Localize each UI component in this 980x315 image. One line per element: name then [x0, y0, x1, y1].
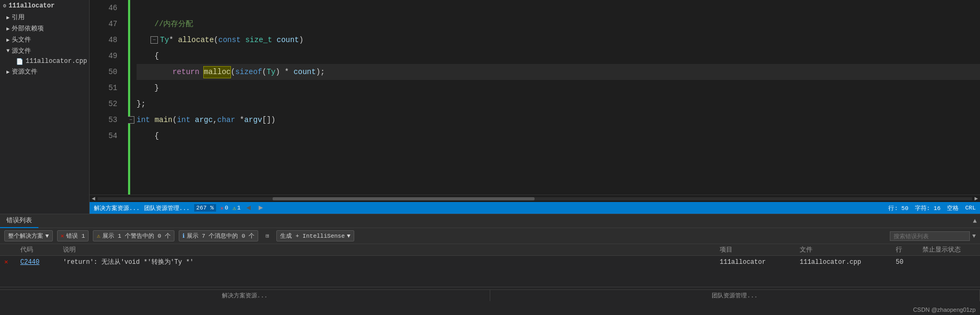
csdn-watermark: CSDN @zhaopeng01zp	[913, 306, 976, 313]
sidebar-item-label: 源文件	[12, 46, 31, 55]
kw-int: int	[137, 115, 150, 126]
var-argv: argv	[244, 115, 262, 126]
func-main: main	[155, 115, 173, 126]
code-line-51: }	[137, 80, 980, 96]
sidebar-item-headers[interactable]: ▶ 头文件	[0, 34, 89, 45]
panel-tabs: 错误列表 ▲	[0, 214, 980, 228]
col-header-project[interactable]: 项目	[720, 245, 800, 254]
var-count2: count	[293, 67, 316, 78]
sidebar-tab-team-status[interactable]: 团队资源管理...	[144, 204, 190, 212]
warning-triangle-icon: ⚠	[97, 232, 100, 239]
sidebar-item-references[interactable]: ▶ 引用	[0, 12, 89, 23]
info-filter-btn[interactable]: ℹ 展示 7 个消息中的 0 个	[179, 230, 259, 241]
comment-text: //内存分配	[137, 19, 193, 30]
sidebar-item-resources[interactable]: ▶ 资源文件	[0, 66, 89, 77]
error-row-code[interactable]: C2440	[20, 259, 63, 266]
error-table-header: 代码 说明 项目 文件 行 禁止显示状态	[0, 244, 980, 256]
line-num-48: 48	[90, 32, 122, 48]
error-count: 0	[225, 205, 228, 211]
editor-area: 46 47 48 49 50 51 52 53 54 /	[90, 0, 980, 214]
line-info: 行: 50	[888, 204, 908, 212]
var-argc: argc	[195, 115, 213, 126]
error-row-line: 50	[896, 259, 922, 266]
crlf-info: CRL	[965, 205, 976, 211]
panel-toolbar: 整个解决方案 ▼ ✕ 错误 1 ⚠ 展示 1 个警告中的 0 个 ℹ 展示 7 …	[0, 228, 980, 244]
col-header-file[interactable]: 文件	[800, 245, 896, 254]
status-bar: 解决方案资源... 团队资源管理... 267 % ✕ 0 ⚠ 1 ◄ ► 行:…	[90, 202, 980, 214]
fold-icon-48[interactable]: −	[150, 36, 158, 44]
main-area: ⚙ 111allocator ▶ 引用 ▶ 外部依赖项 ▶ 头文件 ▼ 源文件 …	[0, 0, 980, 214]
line-num-51: 51	[90, 80, 122, 96]
scroll-nav-right[interactable]: ►	[974, 196, 978, 202]
zoom-control[interactable]: 267 %	[194, 204, 216, 212]
table-row[interactable]: ✕ C2440 'return': 无法从'void *'转换为'Ty *' 1…	[0, 256, 980, 268]
col-header-suppress[interactable]: 禁止显示状态	[922, 245, 976, 254]
var-count: count	[277, 35, 299, 46]
code-container[interactable]: 46 47 48 49 50 51 52 53 54 /	[90, 0, 980, 195]
sidebar-file-label: 111allocator.cpp	[26, 58, 87, 65]
fold-icon-53[interactable]: −	[128, 116, 134, 124]
error-list-tab[interactable]: 错误列表	[0, 214, 38, 228]
intellisense-label: 生成 + IntelliSense	[280, 232, 345, 240]
sidebar-item-external-deps[interactable]: ▶ 外部依赖项	[0, 23, 89, 34]
error-row-desc: 'return': 无法从'void *'转换为'Ty *'	[63, 257, 720, 266]
line-number-area: 46 47 48 49 50 51 52 53 54	[90, 0, 128, 195]
sidebar-project-name: 111allocator	[9, 2, 54, 10]
line-num-50: 50	[90, 64, 122, 80]
line-num-46: 46	[90, 0, 122, 16]
search-area: ▼	[890, 231, 976, 241]
info-circle-icon: ℹ	[182, 232, 185, 239]
line-num-52: 52	[90, 96, 122, 112]
type-Ty: Ty	[160, 35, 169, 46]
arrow-icon: ▶	[6, 26, 10, 32]
space-info: 空格	[947, 204, 959, 212]
error-list-tab-label: 错误列表	[6, 216, 32, 225]
error-code-link[interactable]: C2440	[20, 259, 39, 266]
collapse-panel-btn[interactable]: ▲	[970, 216, 980, 226]
kw-sizeof: sizeof	[235, 67, 262, 78]
line-num-49: 49	[90, 48, 122, 64]
warning-triangle-icon: ⚠	[233, 205, 236, 212]
scrollbar-thumb	[273, 197, 535, 200]
warning-filter-btn[interactable]: ⚠ 展示 1 个警告中的 0 个	[93, 230, 174, 241]
col-header-icon	[4, 245, 20, 254]
project-icon: ⚙	[3, 3, 6, 9]
sidebar-item-label: 外部依赖项	[12, 24, 44, 33]
sidebar-tab-solution-status[interactable]: 解决方案资源...	[94, 204, 140, 212]
code-line-50: ▶ return malloc(sizeof(Ty) * count);	[137, 64, 980, 80]
col-header-code[interactable]: 代码	[20, 245, 63, 254]
sidebar-toggle[interactable]: ◄	[92, 196, 95, 202]
col-header-desc[interactable]: 说明	[63, 245, 720, 254]
filter-icon-btn[interactable]: ⊞	[262, 231, 272, 241]
line-numbers: 46 47 48 49 50 51 52 53 54	[90, 0, 128, 195]
error-row-project: 111allocator	[720, 259, 800, 266]
solution-scope-dropdown[interactable]: 整个解决方案 ▼	[4, 230, 53, 241]
code-editor[interactable]: //内存分配 − Ty* allocate(const size_t count…	[128, 0, 980, 195]
col-header-line[interactable]: 行	[896, 245, 922, 254]
highlighted-malloc: malloc	[204, 67, 230, 78]
code-line-48: − Ty* allocate(const size_t count)	[137, 32, 980, 48]
nav-prev-btn[interactable]: ◄	[245, 204, 252, 212]
error-row-icon: ✕	[4, 258, 20, 266]
search-error-input[interactable]	[890, 231, 970, 241]
code-line-46	[137, 0, 980, 16]
error-row-file: 111allocator.cpp	[800, 259, 896, 266]
type-Ty2: Ty	[267, 67, 276, 78]
sidebar-file-item[interactable]: 📄 111allocator.cpp	[0, 56, 89, 66]
code-line-54: {	[137, 128, 980, 144]
sidebar-item-sources[interactable]: ▼ 源文件	[0, 45, 89, 56]
code-line-52: };	[137, 96, 980, 112]
nav-next-btn[interactable]: ►	[257, 204, 265, 212]
code-line-47: //内存分配	[137, 16, 980, 32]
kw-char: char	[217, 115, 235, 126]
horizontal-scrollbar[interactable]	[98, 197, 973, 200]
sidebar-title: ⚙ 111allocator	[0, 0, 89, 12]
intellisense-dropdown[interactable]: 生成 + IntelliSense ▼	[276, 230, 354, 241]
error-filter-btn[interactable]: ✕ 错误 1	[57, 230, 89, 241]
code-line-53: − int main(int argc,char *argv[])	[137, 112, 980, 128]
error-x-icon: ✕	[61, 232, 65, 239]
kw-int2: int	[177, 115, 190, 126]
search-dropdown-icon[interactable]: ▼	[972, 233, 976, 239]
line-num-54: 54	[90, 128, 122, 144]
line-num-53: 53	[90, 112, 122, 128]
